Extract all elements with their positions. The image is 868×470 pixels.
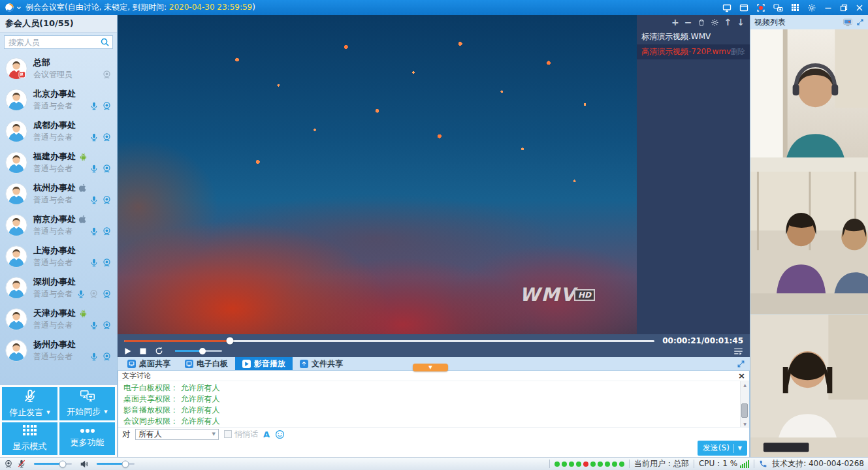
avatar <box>5 245 27 268</box>
chat-scrollbar[interactable]: ▲ ▼ <box>740 381 749 427</box>
collapse-panel-button[interactable]: ▼ <box>413 364 448 371</box>
playlist-item[interactable]: 标清演示视频.WMV <box>637 29 750 44</box>
playlist-item-delete[interactable]: 删除 <box>731 47 745 57</box>
mic-volume-handle[interactable] <box>59 460 66 467</box>
send-button[interactable]: 发送(S) ▼ <box>698 441 747 456</box>
dropdown-caret-icon[interactable]: ▼ <box>46 410 50 415</box>
webcam-icon[interactable] <box>102 70 112 80</box>
mic-icon[interactable] <box>89 321 99 330</box>
action-button-sync[interactable]: 开始同步▼ <box>59 387 115 420</box>
loop-button[interactable] <box>155 347 163 355</box>
playlist-move-up-icon[interactable]: ↑ <box>724 18 732 27</box>
close-button[interactable] <box>856 4 863 12</box>
webcam-icon[interactable] <box>102 101 112 111</box>
playlist-move-down-icon[interactable]: ↓ <box>737 18 745 27</box>
fullscreen-icon[interactable] <box>737 360 745 368</box>
whisper-checkbox[interactable] <box>224 430 232 438</box>
participant-row[interactable]: 天津办事处普通与会者 <box>0 304 117 335</box>
scrollbar-thumb[interactable] <box>741 403 748 418</box>
record-icon[interactable] <box>756 3 765 12</box>
layout-grid-icon[interactable] <box>791 3 799 12</box>
volume-slider[interactable] <box>175 350 222 352</box>
mic-icon[interactable] <box>89 352 99 362</box>
dropdown-caret-icon[interactable]: ▼ <box>104 409 107 415</box>
video-thumbnail-1[interactable] <box>750 29 868 172</box>
app-logo-icon[interactable] <box>5 3 14 12</box>
playlist-remove-icon[interactable]: − <box>684 18 692 27</box>
mic-icon[interactable] <box>89 227 99 236</box>
webcam-icon[interactable] <box>102 133 112 142</box>
mic-icon[interactable] <box>89 101 99 111</box>
mic-volume-slider[interactable] <box>34 463 72 465</box>
participant-row[interactable]: 上海办事处普通与会者 <box>0 241 117 272</box>
video-list-expand-icon[interactable] <box>856 18 864 26</box>
more-icon <box>80 428 95 433</box>
settings-gear-icon[interactable] <box>807 3 816 12</box>
logo-dropdown-icon[interactable] <box>16 5 22 10</box>
volume-handle[interactable] <box>199 348 206 354</box>
playlist-trash-icon[interactable] <box>698 18 705 27</box>
font-icon[interactable]: A <box>263 430 270 439</box>
webcam-icon[interactable] <box>102 352 112 362</box>
statusbar-speaker-icon[interactable] <box>80 460 89 469</box>
message-input[interactable]: 发送(S) ▼ <box>118 441 749 457</box>
webcam-icon[interactable] <box>102 227 112 236</box>
tab-media[interactable]: 影音播放 <box>235 357 293 370</box>
video-mode-icon[interactable] <box>843 18 852 27</box>
action-button-mic-off[interactable]: 停止发言▼ <box>2 387 57 420</box>
scroll-down-icon[interactable]: ▼ <box>743 422 747 426</box>
statusbar-webcam-icon[interactable] <box>4 460 13 469</box>
emoji-icon[interactable] <box>275 430 285 439</box>
video-player-screen[interactable]: WMVHD <box>118 15 637 334</box>
screen-broadcast-icon[interactable] <box>773 3 783 12</box>
tab-desktop[interactable]: 桌面共享 <box>120 357 178 370</box>
participant-row[interactable]: 深圳办事处普通与会者 <box>0 272 117 304</box>
search-icon[interactable] <box>100 37 110 47</box>
action-button-more[interactable]: 更多功能 <box>59 422 115 456</box>
maximize-button[interactable] <box>840 4 848 12</box>
webcam-icon[interactable] <box>89 289 99 299</box>
statusbar-mic-muted-icon[interactable] <box>17 459 26 469</box>
webcam-icon[interactable] <box>102 164 112 174</box>
playlist-settings-icon[interactable] <box>711 18 719 27</box>
participant-row[interactable]: 北京办事处普通与会者 <box>0 84 117 116</box>
webcam-icon[interactable] <box>102 289 112 299</box>
play-button[interactable] <box>124 347 131 355</box>
playlist-toggle-icon[interactable] <box>733 347 743 355</box>
stop-button[interactable] <box>140 348 146 354</box>
seek-bar[interactable] <box>124 340 654 342</box>
mic-icon[interactable] <box>89 164 99 174</box>
mic-icon[interactable] <box>89 195 99 205</box>
screenshot-monitor-icon[interactable] <box>722 3 731 12</box>
speaker-volume-slider[interactable] <box>97 463 135 465</box>
mic-icon[interactable] <box>89 133 99 142</box>
minimize-button[interactable] <box>824 4 832 12</box>
participant-row[interactable]: 南京办事处普通与会者 <box>0 210 117 241</box>
webcam-icon[interactable] <box>102 321 112 330</box>
playlist-add-icon[interactable]: + <box>671 18 679 27</box>
search-input[interactable] <box>4 35 113 49</box>
playlist-item[interactable]: 高清演示视频-720P.wmv删除 <box>637 44 750 59</box>
speaker-volume-handle[interactable] <box>121 460 129 467</box>
mic-icon[interactable] <box>76 289 86 299</box>
seek-handle[interactable] <box>227 337 234 345</box>
video-thumbnail-2[interactable] <box>750 172 868 314</box>
participant-row[interactable]: 成都办事处普通与会者 <box>0 116 117 147</box>
tab-file[interactable]: 文件共享 <box>293 357 350 370</box>
participant-row[interactable]: 福建办事处普通与会者 <box>0 147 117 178</box>
send-options-caret[interactable]: ▼ <box>738 445 742 451</box>
webcam-icon[interactable] <box>102 195 112 205</box>
scroll-up-icon[interactable]: ▲ <box>743 383 747 387</box>
window-mode-icon[interactable] <box>739 3 748 12</box>
participant-row[interactable]: 杭州办事处普通与会者 <box>0 178 117 210</box>
tab-whiteboard[interactable]: 电子白板 <box>178 357 235 370</box>
participant-row[interactable]: 扬州办事处普通与会者 <box>0 335 117 366</box>
mic-icon[interactable] <box>89 258 99 268</box>
participant-row[interactable]: 总部会议管理员 <box>0 53 117 84</box>
webcam-icon[interactable] <box>102 258 112 268</box>
video-thumbnail-3[interactable] <box>750 315 868 457</box>
action-button-grid[interactable]: 显示模式 <box>2 422 57 456</box>
chat-close-icon[interactable]: × <box>738 371 745 380</box>
video-stage: WMVHD + − ↑ ↓ 标清演示视频.WMV高清演示视频-720P.wmv删… <box>118 15 750 334</box>
recipient-select[interactable]: 所有人 ▼ <box>135 429 219 440</box>
